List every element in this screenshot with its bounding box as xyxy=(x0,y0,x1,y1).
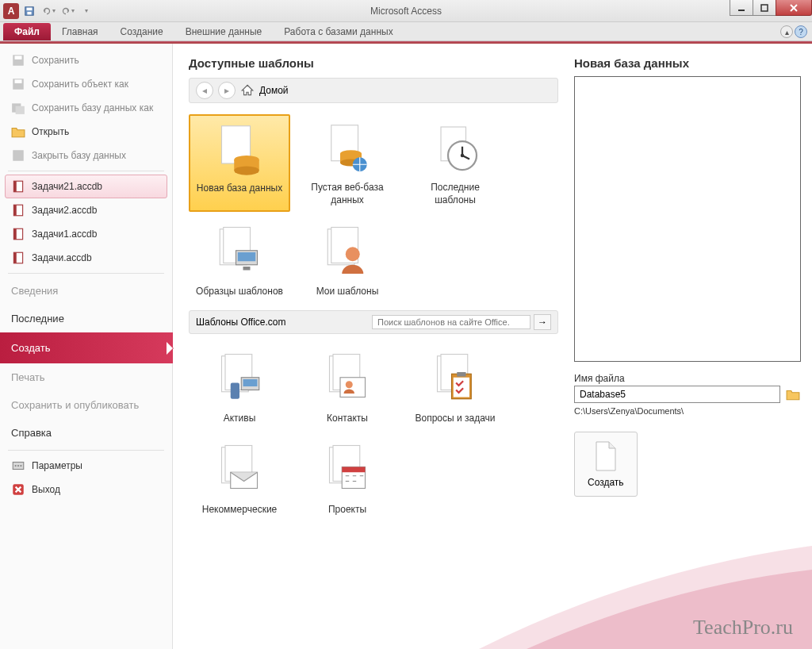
tab-create[interactable]: Создание xyxy=(109,23,174,40)
templates-navbar: ◂ ▸ Домой xyxy=(189,78,558,103)
svg-rect-19 xyxy=(13,252,16,263)
nav-forward-icon[interactable]: ▸ xyxy=(218,82,236,99)
blank-page-icon xyxy=(593,440,619,472)
title-bar: A ▾ ▾ ▾ Microsoft Access xyxy=(0,0,812,22)
template-recent[interactable]: Последние шаблоны xyxy=(404,114,506,212)
tab-file[interactable]: Файл xyxy=(3,23,51,40)
svg-rect-10 xyxy=(16,106,25,114)
sidebar-label: Задачи.accdb xyxy=(32,252,92,263)
sidebar-save[interactable]: Сохранить xyxy=(0,48,172,72)
svg-point-28 xyxy=(234,166,259,175)
svg-rect-6 xyxy=(15,56,22,60)
contacts-icon xyxy=(319,351,376,408)
sidebar-label: Задачи21.accdb xyxy=(32,181,102,192)
sidebar-label: Закрыть базу данных xyxy=(32,150,126,161)
template-projects[interactable]: Проекты xyxy=(297,436,398,522)
sidebar-label: Задачи1.accdb xyxy=(32,228,97,240)
svg-point-22 xyxy=(17,465,19,467)
file-path: C:\Users\Zenya\Documents\ xyxy=(574,406,801,416)
sidebar-close-db[interactable]: Закрыть базу данных xyxy=(0,144,172,167)
filename-input[interactable] xyxy=(574,386,780,403)
sidebar-open[interactable]: Открыть xyxy=(0,120,172,144)
svg-rect-52 xyxy=(340,378,366,397)
template-blank-web-db[interactable]: Пустая веб-база данных xyxy=(297,114,398,212)
new-db-heading: Новая база данных xyxy=(574,56,801,70)
watermark: TeachPro.ru xyxy=(693,616,793,639)
tab-external-data[interactable]: Внешние данные xyxy=(174,23,274,40)
template-label: Образцы шаблонов xyxy=(196,286,283,298)
save-icon xyxy=(11,53,25,67)
sidebar-label: Параметры xyxy=(32,460,82,471)
sidebar-recent-heading[interactable]: Последние xyxy=(0,305,172,332)
close-button[interactable] xyxy=(776,0,812,16)
svg-rect-11 xyxy=(13,150,24,161)
minimize-button[interactable] xyxy=(730,0,753,16)
browse-folder-icon[interactable] xyxy=(785,387,801,401)
nav-back-icon[interactable]: ◂ xyxy=(196,82,213,99)
svg-rect-47 xyxy=(231,382,239,398)
template-issues[interactable]: Вопросы и задачи xyxy=(404,345,506,431)
sidebar-label: Сохранить xyxy=(32,55,79,66)
search-go-button[interactable]: → xyxy=(534,314,551,330)
svg-rect-13 xyxy=(13,181,16,192)
template-preview xyxy=(574,76,801,362)
sidebar-new-selected[interactable]: Создать xyxy=(0,332,173,363)
template-search-input[interactable] xyxy=(372,315,530,329)
maximize-button[interactable] xyxy=(753,0,776,16)
sidebar-recent-file[interactable]: Задачи1.accdb xyxy=(0,222,172,246)
access-file-icon xyxy=(11,251,25,265)
template-label: Последние шаблоны xyxy=(410,182,500,206)
access-file-icon xyxy=(11,227,25,241)
template-sample-templates[interactable]: Образцы шаблонов xyxy=(189,218,290,304)
sidebar-label: Сохранить базу данных как xyxy=(32,102,153,113)
sidebar-label: Выход xyxy=(32,484,60,495)
template-label: Некоммерческие xyxy=(202,504,278,517)
home-icon[interactable] xyxy=(240,83,255,98)
template-nonprofit[interactable]: Некоммерческие xyxy=(189,436,290,522)
ribbon-minimize-icon[interactable]: ▴ xyxy=(780,25,793,38)
sidebar-label: Задачи2.accdb xyxy=(32,205,97,216)
sidebar-print[interactable]: Печать xyxy=(0,363,172,391)
sidebar-recent-file[interactable]: Задачи21.accdb xyxy=(5,175,167,198)
template-assets[interactable]: Активы xyxy=(189,345,290,431)
breadcrumb-home[interactable]: Домой xyxy=(259,85,289,96)
new-db-panel: Новая база данных Имя файла C:\Users\Zen… xyxy=(574,44,812,649)
sidebar-recent-file[interactable]: Задачи2.accdb xyxy=(0,198,172,222)
separator xyxy=(8,273,164,274)
template-my-templates[interactable]: Мои шаблоны xyxy=(297,218,398,304)
assets-icon xyxy=(211,351,268,408)
template-label: Пустая веб-база данных xyxy=(302,182,393,206)
svg-rect-40 xyxy=(238,252,256,261)
close-db-icon xyxy=(11,148,25,163)
template-label: Контакты xyxy=(327,413,368,425)
office-templates-label: Шаблоны Office.com xyxy=(196,317,286,328)
blank-db-icon xyxy=(211,121,268,178)
exit-icon xyxy=(11,482,25,497)
sidebar-help[interactable]: Справка xyxy=(0,419,172,447)
template-label: Активы xyxy=(224,413,256,425)
help-icon[interactable]: ? xyxy=(795,25,807,38)
sidebar-label: Открыть xyxy=(32,126,69,137)
sidebar-recent-file[interactable]: Задачи.accdb xyxy=(0,246,172,270)
template-label: Новая база данных xyxy=(197,182,282,195)
template-label: Вопросы и задачи xyxy=(415,413,495,425)
sidebar-info[interactable]: Сведения xyxy=(0,277,172,305)
svg-point-53 xyxy=(346,381,353,388)
svg-rect-57 xyxy=(454,378,469,397)
svg-rect-41 xyxy=(243,267,251,271)
svg-point-21 xyxy=(15,465,17,467)
tab-home[interactable]: Главная xyxy=(51,23,109,40)
tab-database-tools[interactable]: Работа с базами данных xyxy=(273,23,404,40)
save-as-icon xyxy=(11,77,25,91)
svg-point-44 xyxy=(346,247,360,261)
template-label: Проекты xyxy=(328,504,366,517)
template-contacts[interactable]: Контакты xyxy=(297,345,398,431)
sidebar-save-publish[interactable]: Сохранить и опубликовать xyxy=(0,391,172,419)
create-button[interactable]: Создать xyxy=(574,432,638,497)
template-new-blank-db[interactable]: Новая база данных xyxy=(189,114,290,212)
svg-rect-4 xyxy=(761,5,768,11)
sidebar-save-db-as[interactable]: Сохранить базу данных как xyxy=(0,96,172,120)
sidebar-options[interactable]: Параметры xyxy=(0,454,172,478)
sidebar-save-object-as[interactable]: Сохранить объект как xyxy=(0,72,172,96)
sidebar-exit[interactable]: Выход xyxy=(0,478,172,501)
